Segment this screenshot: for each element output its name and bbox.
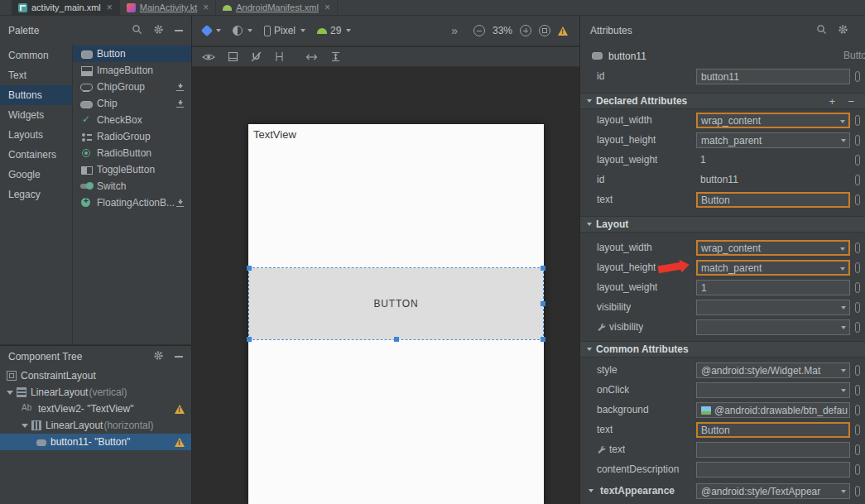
hide-icon[interactable] bbox=[175, 356, 183, 358]
flag-toggle-icon[interactable] bbox=[855, 282, 860, 293]
attribute-text-background[interactable]: @android:drawable/btn_defau bbox=[696, 402, 850, 418]
blueprint-border-icon[interactable] bbox=[228, 51, 238, 62]
close-icon[interactable]: × bbox=[107, 3, 113, 12]
flag-toggle-icon[interactable] bbox=[855, 71, 860, 82]
add-attribute-button[interactable]: + bbox=[829, 95, 835, 108]
remove-attribute-button[interactable]: − bbox=[848, 95, 854, 108]
tree-node-linearlayout[interactable]: LinearLayout(horizontal) bbox=[0, 417, 191, 434]
flag-toggle-icon[interactable] bbox=[855, 155, 860, 166]
palette-category-layouts[interactable]: Layouts bbox=[0, 125, 72, 145]
design-surface[interactable]: TextView BUTTON bbox=[192, 68, 579, 504]
attribute-text-text[interactable] bbox=[696, 442, 850, 458]
resize-handle[interactable] bbox=[394, 337, 399, 342]
section-header-declared-attributes[interactable]: Declared Attributes+− bbox=[580, 93, 865, 109]
palette-item-radiobutton[interactable]: RadioButton bbox=[73, 145, 191, 161]
design-surface-selector[interactable] bbox=[197, 21, 227, 41]
palette-item-button[interactable]: Button bbox=[73, 46, 191, 62]
api-version-selector[interactable]: 29 bbox=[311, 21, 357, 41]
tree-node-linearlayout[interactable]: LinearLayout(vertical) bbox=[0, 384, 191, 401]
button-widget[interactable]: BUTTON bbox=[249, 268, 543, 339]
id-field[interactable]: button11 bbox=[696, 69, 850, 84]
flag-toggle-icon[interactable] bbox=[855, 242, 860, 253]
orientation-theme-selector[interactable] bbox=[227, 21, 258, 41]
palette-category-google[interactable]: Google bbox=[0, 165, 72, 185]
hide-icon[interactable] bbox=[175, 30, 183, 31]
resize-handle[interactable] bbox=[247, 337, 252, 342]
search-icon[interactable] bbox=[132, 24, 142, 37]
palette-item-switch[interactable]: Switch bbox=[73, 178, 191, 194]
attribute-combo-visibility[interactable] bbox=[696, 319, 850, 335]
tree-node-constraintlayout[interactable]: ConstraintLayout bbox=[0, 367, 191, 384]
distribute-vertical-icon[interactable] bbox=[330, 51, 341, 62]
attribute-combo-layout-height[interactable]: match_parent bbox=[696, 132, 850, 148]
textappearance-combo[interactable]: @android:style/TextAppear bbox=[696, 483, 850, 499]
resize-handle[interactable] bbox=[541, 337, 545, 342]
flag-toggle-icon[interactable] bbox=[855, 444, 860, 455]
zoom-in-button[interactable] bbox=[520, 25, 531, 36]
editor-tab-androidmanifest-xml[interactable]: AndroidManifest.xml× bbox=[216, 0, 338, 15]
resize-handle[interactable] bbox=[541, 301, 545, 306]
flag-toggle-icon[interactable] bbox=[855, 302, 860, 313]
flag-toggle-icon[interactable] bbox=[855, 115, 860, 126]
editor-tab-activity-main-xml[interactable]: activity_main.xml× bbox=[12, 0, 120, 15]
flag-toggle-icon[interactable] bbox=[855, 322, 860, 333]
palette-item-chipgroup[interactable]: ChipGroup bbox=[73, 79, 191, 95]
view-options-icon[interactable] bbox=[202, 52, 215, 62]
palette-item-floatingactionb[interactable]: FloatingActionB... bbox=[73, 194, 191, 211]
search-icon[interactable] bbox=[816, 24, 827, 37]
flag-toggle-icon[interactable] bbox=[855, 385, 860, 396]
flag-toggle-icon[interactable] bbox=[855, 365, 860, 376]
palette-item-radiogroup[interactable]: RadioGroup bbox=[73, 128, 191, 145]
flag-toggle-icon[interactable] bbox=[855, 262, 860, 273]
resize-handle[interactable] bbox=[247, 266, 252, 271]
palette-category-buttons[interactable]: Buttons bbox=[0, 85, 72, 105]
pan-horizontal-icon[interactable] bbox=[305, 53, 318, 61]
flag-toggle-icon[interactable] bbox=[855, 425, 860, 435]
close-icon[interactable]: × bbox=[203, 3, 209, 12]
attribute-value[interactable]: button11 bbox=[700, 174, 738, 185]
flag-toggle-icon[interactable] bbox=[855, 194, 860, 205]
attribute-text-layout-weight[interactable]: 1 bbox=[696, 280, 850, 295]
flag-toggle-icon[interactable] bbox=[855, 135, 860, 146]
toolbar-overflow-icon[interactable] bbox=[451, 24, 458, 37]
palette-item-chip[interactable]: Chip bbox=[73, 95, 191, 112]
palette-item-imagebutton[interactable]: ImageButton bbox=[73, 62, 191, 79]
collapse-arrow-icon[interactable] bbox=[7, 391, 13, 395]
flag-toggle-icon[interactable] bbox=[855, 486, 860, 497]
zoom-to-fit-button[interactable] bbox=[539, 25, 550, 36]
attribute-text-contentdescription[interactable] bbox=[696, 462, 850, 478]
flag-toggle-icon[interactable] bbox=[855, 405, 860, 415]
close-icon[interactable]: × bbox=[324, 3, 330, 12]
default-margins-icon[interactable] bbox=[274, 51, 285, 62]
attribute-text-text[interactable]: Button bbox=[696, 422, 850, 438]
tree-node-button11-button[interactable]: button11- "Button" bbox=[0, 434, 191, 450]
flag-toggle-icon[interactable] bbox=[855, 175, 860, 185]
warnings-button[interactable] bbox=[558, 26, 568, 36]
palette-category-legacy[interactable]: Legacy bbox=[0, 185, 72, 204]
attribute-text-text[interactable]: Button bbox=[696, 192, 850, 208]
device-selector[interactable]: Pixel bbox=[258, 21, 311, 41]
attribute-combo-layout-width[interactable]: wrap_content bbox=[696, 113, 850, 128]
attribute-value[interactable]: 1 bbox=[700, 154, 706, 166]
section-header-layout[interactable]: Layout bbox=[580, 216, 865, 233]
palette-category-text[interactable]: Text bbox=[0, 65, 72, 85]
textview-widget[interactable]: TextView bbox=[253, 128, 296, 141]
palette-category-widgets[interactable]: Widgets bbox=[0, 105, 72, 125]
flag-toggle-icon[interactable] bbox=[855, 464, 860, 475]
gear-icon[interactable] bbox=[838, 24, 848, 37]
palette-item-checkbox[interactable]: CheckBox bbox=[73, 112, 191, 128]
resize-handle[interactable] bbox=[541, 266, 545, 271]
zoom-out-button[interactable] bbox=[473, 25, 485, 36]
device-canvas[interactable]: TextView BUTTON bbox=[248, 124, 544, 504]
palette-item-togglebutton[interactable]: ToggleButton bbox=[73, 161, 191, 178]
attribute-combo-visibility[interactable] bbox=[696, 300, 850, 315]
tree-node-textview2-textview[interactable]: textView2- "TextView" bbox=[0, 401, 191, 417]
attribute-combo-layout-width[interactable]: wrap_content bbox=[696, 240, 850, 256]
palette-category-common[interactable]: Common bbox=[0, 46, 72, 65]
gear-icon[interactable] bbox=[153, 350, 164, 363]
editor-tab-mainactivity-kt[interactable]: MainActivity.kt× bbox=[120, 0, 217, 15]
section-header-common-attributes[interactable]: Common Attributes bbox=[580, 341, 865, 358]
section-header-textappearance[interactable]: textAppearance @android:style/TextAppear bbox=[580, 482, 865, 502]
attribute-combo-layout-height[interactable]: match_parent bbox=[696, 260, 850, 276]
autoconnect-off-icon[interactable] bbox=[251, 51, 262, 62]
